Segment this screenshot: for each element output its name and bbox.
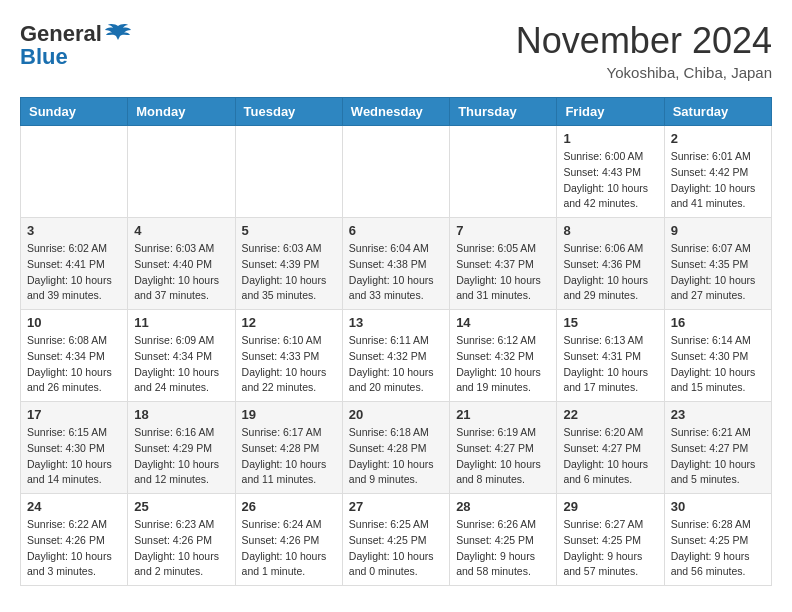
calendar-week-row: 1Sunrise: 6:00 AM Sunset: 4:43 PM Daylig… bbox=[21, 126, 772, 218]
calendar-cell: 2Sunrise: 6:01 AM Sunset: 4:42 PM Daylig… bbox=[664, 126, 771, 218]
day-number: 30 bbox=[671, 499, 765, 514]
day-info: Sunrise: 6:01 AM Sunset: 4:42 PM Dayligh… bbox=[671, 149, 765, 212]
calendar-header: SundayMondayTuesdayWednesdayThursdayFrid… bbox=[21, 98, 772, 126]
calendar-cell: 20Sunrise: 6:18 AM Sunset: 4:28 PM Dayli… bbox=[342, 402, 449, 494]
day-number: 13 bbox=[349, 315, 443, 330]
calendar-cell: 9Sunrise: 6:07 AM Sunset: 4:35 PM Daylig… bbox=[664, 218, 771, 310]
weekday-header: Sunday bbox=[21, 98, 128, 126]
weekday-header: Tuesday bbox=[235, 98, 342, 126]
calendar-week-row: 3Sunrise: 6:02 AM Sunset: 4:41 PM Daylig… bbox=[21, 218, 772, 310]
day-info: Sunrise: 6:24 AM Sunset: 4:26 PM Dayligh… bbox=[242, 517, 336, 580]
calendar-body: 1Sunrise: 6:00 AM Sunset: 4:43 PM Daylig… bbox=[21, 126, 772, 586]
day-info: Sunrise: 6:16 AM Sunset: 4:29 PM Dayligh… bbox=[134, 425, 228, 488]
calendar-cell: 30Sunrise: 6:28 AM Sunset: 4:25 PM Dayli… bbox=[664, 494, 771, 586]
calendar-cell: 29Sunrise: 6:27 AM Sunset: 4:25 PM Dayli… bbox=[557, 494, 664, 586]
day-info: Sunrise: 6:09 AM Sunset: 4:34 PM Dayligh… bbox=[134, 333, 228, 396]
day-info: Sunrise: 6:05 AM Sunset: 4:37 PM Dayligh… bbox=[456, 241, 550, 304]
day-number: 6 bbox=[349, 223, 443, 238]
day-info: Sunrise: 6:28 AM Sunset: 4:25 PM Dayligh… bbox=[671, 517, 765, 580]
calendar-cell: 3Sunrise: 6:02 AM Sunset: 4:41 PM Daylig… bbox=[21, 218, 128, 310]
logo-bird-icon bbox=[104, 20, 132, 48]
calendar-cell: 5Sunrise: 6:03 AM Sunset: 4:39 PM Daylig… bbox=[235, 218, 342, 310]
day-number: 9 bbox=[671, 223, 765, 238]
calendar-cell bbox=[342, 126, 449, 218]
day-info: Sunrise: 6:15 AM Sunset: 4:30 PM Dayligh… bbox=[27, 425, 121, 488]
calendar-cell: 18Sunrise: 6:16 AM Sunset: 4:29 PM Dayli… bbox=[128, 402, 235, 494]
weekday-header: Thursday bbox=[450, 98, 557, 126]
month-title: November 2024 bbox=[516, 20, 772, 62]
day-info: Sunrise: 6:02 AM Sunset: 4:41 PM Dayligh… bbox=[27, 241, 121, 304]
day-info: Sunrise: 6:26 AM Sunset: 4:25 PM Dayligh… bbox=[456, 517, 550, 580]
day-info: Sunrise: 6:03 AM Sunset: 4:40 PM Dayligh… bbox=[134, 241, 228, 304]
day-info: Sunrise: 6:06 AM Sunset: 4:36 PM Dayligh… bbox=[563, 241, 657, 304]
calendar-cell: 11Sunrise: 6:09 AM Sunset: 4:34 PM Dayli… bbox=[128, 310, 235, 402]
day-number: 4 bbox=[134, 223, 228, 238]
day-info: Sunrise: 6:07 AM Sunset: 4:35 PM Dayligh… bbox=[671, 241, 765, 304]
day-number: 22 bbox=[563, 407, 657, 422]
day-info: Sunrise: 6:25 AM Sunset: 4:25 PM Dayligh… bbox=[349, 517, 443, 580]
calendar-cell: 6Sunrise: 6:04 AM Sunset: 4:38 PM Daylig… bbox=[342, 218, 449, 310]
title-block: November 2024 Yokoshiba, Chiba, Japan bbox=[516, 20, 772, 81]
calendar-cell: 21Sunrise: 6:19 AM Sunset: 4:27 PM Dayli… bbox=[450, 402, 557, 494]
calendar-cell: 16Sunrise: 6:14 AM Sunset: 4:30 PM Dayli… bbox=[664, 310, 771, 402]
day-info: Sunrise: 6:22 AM Sunset: 4:26 PM Dayligh… bbox=[27, 517, 121, 580]
calendar-cell: 26Sunrise: 6:24 AM Sunset: 4:26 PM Dayli… bbox=[235, 494, 342, 586]
day-number: 21 bbox=[456, 407, 550, 422]
day-number: 28 bbox=[456, 499, 550, 514]
day-number: 16 bbox=[671, 315, 765, 330]
weekday-header: Saturday bbox=[664, 98, 771, 126]
calendar-cell: 12Sunrise: 6:10 AM Sunset: 4:33 PM Dayli… bbox=[235, 310, 342, 402]
day-info: Sunrise: 6:21 AM Sunset: 4:27 PM Dayligh… bbox=[671, 425, 765, 488]
header-row: SundayMondayTuesdayWednesdayThursdayFrid… bbox=[21, 98, 772, 126]
day-number: 26 bbox=[242, 499, 336, 514]
page-header: General Blue November 2024 Yokoshiba, Ch… bbox=[20, 20, 772, 81]
day-number: 27 bbox=[349, 499, 443, 514]
day-number: 14 bbox=[456, 315, 550, 330]
day-info: Sunrise: 6:19 AM Sunset: 4:27 PM Dayligh… bbox=[456, 425, 550, 488]
day-number: 10 bbox=[27, 315, 121, 330]
day-number: 3 bbox=[27, 223, 121, 238]
day-info: Sunrise: 6:17 AM Sunset: 4:28 PM Dayligh… bbox=[242, 425, 336, 488]
calendar-cell: 28Sunrise: 6:26 AM Sunset: 4:25 PM Dayli… bbox=[450, 494, 557, 586]
calendar-cell: 24Sunrise: 6:22 AM Sunset: 4:26 PM Dayli… bbox=[21, 494, 128, 586]
day-info: Sunrise: 6:27 AM Sunset: 4:25 PM Dayligh… bbox=[563, 517, 657, 580]
calendar-cell: 13Sunrise: 6:11 AM Sunset: 4:32 PM Dayli… bbox=[342, 310, 449, 402]
logo-blue: Blue bbox=[20, 44, 68, 70]
calendar-cell: 10Sunrise: 6:08 AM Sunset: 4:34 PM Dayli… bbox=[21, 310, 128, 402]
day-number: 19 bbox=[242, 407, 336, 422]
weekday-header: Friday bbox=[557, 98, 664, 126]
day-info: Sunrise: 6:23 AM Sunset: 4:26 PM Dayligh… bbox=[134, 517, 228, 580]
calendar-week-row: 10Sunrise: 6:08 AM Sunset: 4:34 PM Dayli… bbox=[21, 310, 772, 402]
day-number: 7 bbox=[456, 223, 550, 238]
calendar-cell: 7Sunrise: 6:05 AM Sunset: 4:37 PM Daylig… bbox=[450, 218, 557, 310]
logo: General Blue bbox=[20, 20, 132, 70]
day-number: 20 bbox=[349, 407, 443, 422]
calendar-cell: 15Sunrise: 6:13 AM Sunset: 4:31 PM Dayli… bbox=[557, 310, 664, 402]
day-info: Sunrise: 6:20 AM Sunset: 4:27 PM Dayligh… bbox=[563, 425, 657, 488]
calendar-cell: 14Sunrise: 6:12 AM Sunset: 4:32 PM Dayli… bbox=[450, 310, 557, 402]
day-info: Sunrise: 6:12 AM Sunset: 4:32 PM Dayligh… bbox=[456, 333, 550, 396]
day-info: Sunrise: 6:13 AM Sunset: 4:31 PM Dayligh… bbox=[563, 333, 657, 396]
day-info: Sunrise: 6:03 AM Sunset: 4:39 PM Dayligh… bbox=[242, 241, 336, 304]
day-number: 2 bbox=[671, 131, 765, 146]
calendar-table: SundayMondayTuesdayWednesdayThursdayFrid… bbox=[20, 97, 772, 586]
day-info: Sunrise: 6:11 AM Sunset: 4:32 PM Dayligh… bbox=[349, 333, 443, 396]
day-info: Sunrise: 6:08 AM Sunset: 4:34 PM Dayligh… bbox=[27, 333, 121, 396]
day-number: 15 bbox=[563, 315, 657, 330]
day-info: Sunrise: 6:10 AM Sunset: 4:33 PM Dayligh… bbox=[242, 333, 336, 396]
day-number: 1 bbox=[563, 131, 657, 146]
calendar-cell: 23Sunrise: 6:21 AM Sunset: 4:27 PM Dayli… bbox=[664, 402, 771, 494]
day-number: 29 bbox=[563, 499, 657, 514]
calendar-cell bbox=[450, 126, 557, 218]
day-info: Sunrise: 6:14 AM Sunset: 4:30 PM Dayligh… bbox=[671, 333, 765, 396]
day-number: 5 bbox=[242, 223, 336, 238]
location: Yokoshiba, Chiba, Japan bbox=[516, 64, 772, 81]
calendar-cell: 25Sunrise: 6:23 AM Sunset: 4:26 PM Dayli… bbox=[128, 494, 235, 586]
day-info: Sunrise: 6:18 AM Sunset: 4:28 PM Dayligh… bbox=[349, 425, 443, 488]
calendar-cell: 4Sunrise: 6:03 AM Sunset: 4:40 PM Daylig… bbox=[128, 218, 235, 310]
calendar-week-row: 24Sunrise: 6:22 AM Sunset: 4:26 PM Dayli… bbox=[21, 494, 772, 586]
day-number: 24 bbox=[27, 499, 121, 514]
day-number: 11 bbox=[134, 315, 228, 330]
weekday-header: Monday bbox=[128, 98, 235, 126]
day-number: 18 bbox=[134, 407, 228, 422]
